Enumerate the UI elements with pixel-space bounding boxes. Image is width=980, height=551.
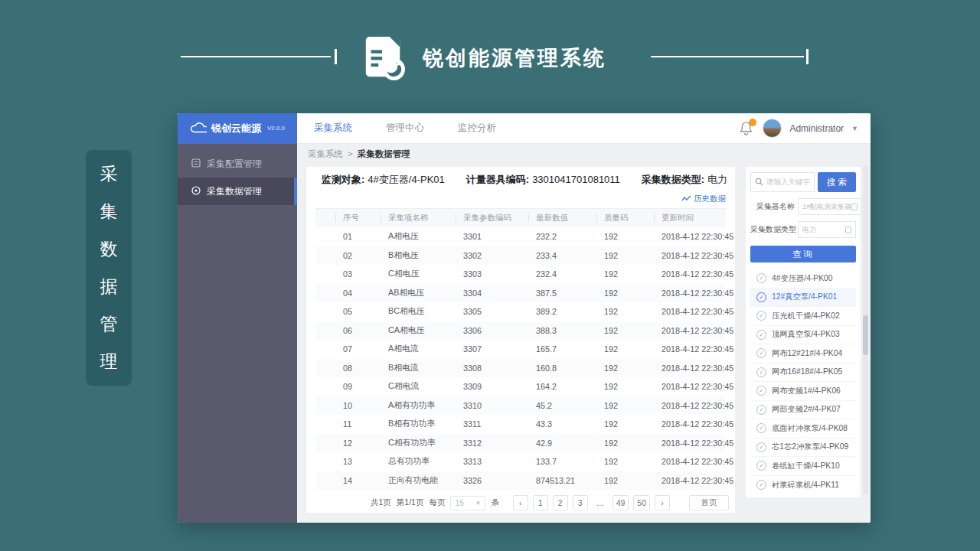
page-number-button[interactable]: 3 bbox=[573, 495, 588, 510]
table-row[interactable]: 06CA相电压3306388.31922018-4-12 22:30:45 bbox=[315, 321, 726, 341]
prev-page-button[interactable]: ‹ bbox=[513, 495, 528, 510]
table-row[interactable]: 01A相电压3301232.21922018-4-12 22:30:45 bbox=[315, 227, 726, 246]
table-row[interactable]: 10A相有功功率331045.21922018-4-12 22:30:45 bbox=[315, 396, 726, 416]
table-header-cell: 质量码 bbox=[577, 213, 634, 223]
total-pages-text: 共1页 bbox=[371, 497, 391, 508]
check-circle-icon: ✓ bbox=[756, 273, 766, 283]
window-header: 锐创云能源 V2.0.0 采集系统 管理中心 监控分析 Administrato… bbox=[178, 113, 871, 144]
device-name: 底面衬冲浆泵/4-PK08 bbox=[772, 423, 848, 434]
table-cell: 06 bbox=[315, 326, 361, 335]
next-page-button[interactable]: › bbox=[655, 495, 670, 510]
page-title: 锐创能源管理系统 bbox=[423, 44, 606, 72]
history-chart-icon bbox=[681, 194, 691, 204]
table-row[interactable]: 08B相电流3308160.81922018-4-12 22:30:45 bbox=[315, 359, 726, 378]
table-cell: 2018-4-12 22:30:45 bbox=[634, 439, 733, 448]
check-circle-icon: ✓ bbox=[756, 367, 766, 377]
device-list-item[interactable]: ✓压光机干燥/4-PK02 bbox=[750, 307, 856, 326]
device-name: 4#变压器/4-PK00 bbox=[772, 273, 833, 284]
page-number-button[interactable]: 50 bbox=[633, 495, 650, 510]
device-name: 网布变频1#/4-PK06 bbox=[772, 386, 841, 396]
table-row[interactable]: 14正向有功电能3326874513.211922018-4-12 22:30:… bbox=[315, 471, 726, 491]
breadcrumb-root[interactable]: 采集系统 bbox=[308, 148, 343, 160]
page-number-button[interactable]: 1 bbox=[533, 495, 548, 510]
table-header-row: 序号采集项名称采集参数编码最新数值质量码更新时间 bbox=[315, 208, 726, 227]
device-list-item[interactable]: ✓顶网真空泵/4-PK03 bbox=[750, 326, 856, 345]
table-cell: 165.7 bbox=[508, 344, 577, 354]
avatar[interactable] bbox=[763, 119, 782, 138]
device-list-item[interactable]: ✓网布变频1#/4-PK06 bbox=[750, 382, 856, 401]
table-cell: 11 bbox=[315, 419, 361, 429]
table-cell: 3309 bbox=[436, 382, 508, 391]
table-cell: C相电流 bbox=[361, 381, 436, 392]
bell-icon[interactable] bbox=[740, 121, 755, 136]
scrollbar-thumb[interactable] bbox=[863, 315, 868, 355]
data-type-select[interactable]: 电力 bbox=[798, 221, 856, 238]
check-circle-icon: ✓ bbox=[756, 348, 766, 358]
sidebar-item-collect-data[interactable]: 采集数据管理 bbox=[178, 178, 297, 205]
table-cell: 07 bbox=[315, 344, 361, 354]
tab-management-center[interactable]: 管理中心 bbox=[386, 122, 424, 135]
table-cell: 2018-4-12 22:30:45 bbox=[634, 401, 733, 410]
page-number-button[interactable]: 2 bbox=[553, 495, 568, 510]
table-row[interactable]: 04AB相电压3304387.51922018-4-12 22:30:45 bbox=[315, 284, 726, 303]
per-page-select[interactable]: 15 ▼ bbox=[450, 496, 485, 510]
top-nav: 采集系统 管理中心 监控分析 bbox=[314, 122, 496, 135]
banner-tick-right bbox=[806, 49, 808, 64]
table-row[interactable]: 02B相电压3302233.41922018-4-12 22:30:45 bbox=[315, 246, 726, 266]
breadcrumb: 采集系统 > 采集数据管理 bbox=[297, 144, 871, 164]
section-label-card: 采集数据管理 bbox=[86, 150, 132, 386]
query-button[interactable]: 查询 bbox=[750, 246, 856, 262]
table-header-cell: 序号 bbox=[315, 213, 361, 223]
device-list-item[interactable]: ✓12#真空泵/4-PK01 bbox=[750, 289, 856, 308]
table-row[interactable]: 07A相电流3307165.71922018-4-12 22:30:45 bbox=[315, 340, 726, 359]
table-row[interactable]: 03C相电压3303232.41922018-4-12 22:30:45 bbox=[315, 265, 726, 284]
table-row[interactable]: 05BC相电压3305389.21922018-4-12 22:30:45 bbox=[315, 302, 726, 321]
check-circle-icon: ✓ bbox=[756, 330, 766, 340]
chevron-down-icon[interactable]: ▼ bbox=[851, 125, 858, 132]
table-row[interactable]: 12C相有功功率331242.91922018-4-12 22:30:45 bbox=[315, 434, 726, 453]
first-page-button[interactable]: 首页 bbox=[689, 495, 729, 510]
app-logo-title: 锐创云能源 bbox=[211, 122, 261, 135]
table-cell: 05 bbox=[315, 307, 361, 316]
per-page-value: 15 bbox=[455, 498, 464, 507]
device-name: 压光机干燥/4-PK02 bbox=[772, 311, 840, 321]
table-cell: 192 bbox=[577, 401, 634, 410]
device-list-item[interactable]: ✓网部变频2#/4-PK07 bbox=[750, 401, 856, 420]
table-cell: C相电压 bbox=[361, 269, 436, 279]
device-name: 12#真空泵/4-PK01 bbox=[772, 292, 837, 302]
table-cell: 3301 bbox=[436, 232, 508, 241]
table-cell: 192 bbox=[577, 364, 634, 373]
collector-name-select[interactable]: 1#配电房采集器 bbox=[798, 198, 862, 215]
device-list-item[interactable]: ✓衬浆碎浆机/4-PK11 bbox=[750, 476, 856, 495]
device-list-item[interactable]: ✓网布16#18#/4-PK05 bbox=[750, 364, 856, 383]
table-cell: 3310 bbox=[436, 401, 508, 410]
device-list-item[interactable]: ✓芯1芯2冲浆泵/4-PK09 bbox=[750, 439, 856, 458]
table-row[interactable]: 11B相有功功率331143.31922018-4-12 22:30:45 bbox=[315, 415, 726, 434]
tab-collect-system[interactable]: 采集系统 bbox=[314, 122, 352, 135]
banner-tick-left bbox=[335, 49, 337, 64]
device-list-item[interactable]: ✓底面衬冲浆泵/4-PK08 bbox=[750, 419, 856, 439]
device-list-item[interactable]: ✓4#变压器/4-PK00 bbox=[750, 269, 856, 289]
dropdown-icon bbox=[851, 204, 858, 210]
history-data-link[interactable]: 历史数据 bbox=[694, 194, 726, 204]
page-number-button[interactable]: 49 bbox=[612, 495, 629, 510]
table-row[interactable]: 09C相电流3309164.21922018-4-12 22:30:45 bbox=[315, 377, 726, 396]
table-row[interactable]: 13总有功功率3313133.71922018-4-12 22:30:45 bbox=[315, 452, 726, 471]
table-cell: 192 bbox=[577, 419, 634, 429]
table-cell: 2018-4-12 22:30:45 bbox=[634, 289, 733, 298]
search-input[interactable]: 请输入关键字 bbox=[750, 172, 815, 192]
dropdown-icon bbox=[845, 227, 851, 233]
table-cell: 3303 bbox=[436, 269, 508, 279]
table-cell: 133.7 bbox=[508, 457, 577, 466]
table-cell: 正向有功电能 bbox=[361, 475, 436, 486]
table-cell: 233.4 bbox=[508, 251, 577, 260]
table-cell: BC相电压 bbox=[361, 306, 436, 317]
sidebar-item-collect-config[interactable]: 采集配置管理 bbox=[178, 150, 297, 178]
device-list-item[interactable]: ✓卷纸缸干燥/4-PK10 bbox=[750, 457, 856, 476]
tab-monitor-analysis[interactable]: 监控分析 bbox=[458, 122, 496, 135]
user-name[interactable]: Administrator bbox=[789, 123, 844, 134]
collector-name-value: 1#配电房采集器 bbox=[802, 202, 851, 212]
device-list-item[interactable]: ✓网布12#21#/4-PK04 bbox=[750, 344, 856, 364]
search-button[interactable]: 搜 索 bbox=[818, 172, 856, 192]
table-cell: 192 bbox=[577, 382, 634, 391]
